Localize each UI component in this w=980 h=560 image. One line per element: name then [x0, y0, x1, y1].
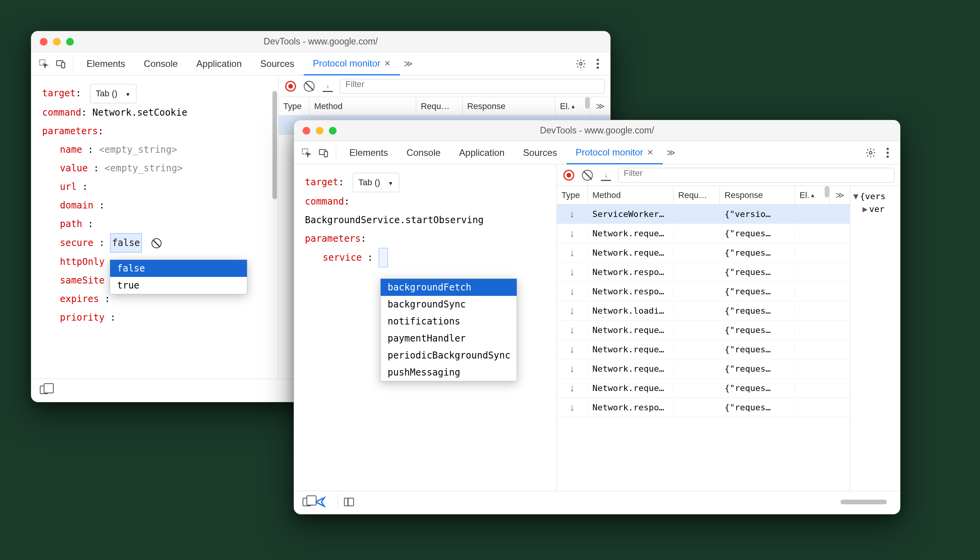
- table-row[interactable]: ↓Network.reque…{"reques…: [557, 243, 850, 263]
- more-tabs-icon[interactable]: ≫: [663, 148, 679, 158]
- tab-sources[interactable]: Sources: [251, 52, 304, 75]
- table-row[interactable]: ↓Network.reque…{"reques…: [557, 321, 850, 340]
- inspector-child[interactable]: ▶ver: [853, 203, 897, 215]
- expand-down-icon[interactable]: ▼: [853, 191, 858, 201]
- settings-icon[interactable]: [572, 55, 589, 72]
- table-row[interactable]: ↓Network.respo…{"reques…: [557, 263, 850, 282]
- dropdown-option[interactable]: pushMessaging: [381, 364, 517, 381]
- more-tabs-icon[interactable]: ≫: [400, 59, 417, 69]
- download-icon[interactable]: ↓: [321, 80, 334, 93]
- param-name-val[interactable]: <empty_string>: [99, 144, 177, 155]
- param-expires-key[interactable]: expires: [60, 294, 99, 304]
- filter-text-input[interactable]: [345, 79, 599, 89]
- table-row[interactable]: ↓Network.respo…{"reques…: [557, 398, 850, 417]
- header-scroll-thumb[interactable]: [585, 97, 590, 109]
- col-response[interactable]: Response: [463, 97, 555, 115]
- tab-protocol-monitor[interactable]: Protocol monitor ✕: [567, 141, 663, 164]
- tab-elements[interactable]: Elements: [340, 141, 397, 164]
- close-window-button[interactable]: [40, 38, 48, 46]
- col-elapsed[interactable]: El.▴: [795, 186, 830, 204]
- dropdown-option[interactable]: paymentHandler: [381, 330, 517, 347]
- clear-value-icon[interactable]: [151, 238, 162, 248]
- record-icon[interactable]: [562, 169, 575, 182]
- target-select[interactable]: Tab () ▼: [90, 84, 136, 103]
- panel-left-icon[interactable]: [342, 495, 356, 509]
- param-samesite-key[interactable]: sameSite: [60, 275, 105, 286]
- col-method[interactable]: Method: [310, 97, 416, 115]
- filter-input[interactable]: [340, 79, 605, 94]
- param-value-key[interactable]: value: [60, 163, 88, 174]
- device-icon[interactable]: [52, 55, 69, 72]
- param-secure-key[interactable]: secure: [60, 237, 94, 248]
- col-type[interactable]: Type: [557, 186, 588, 204]
- param-path-key[interactable]: path: [60, 219, 82, 229]
- settings-icon[interactable]: [862, 144, 879, 161]
- kebab-menu-icon[interactable]: [589, 55, 606, 72]
- device-icon[interactable]: [315, 144, 332, 161]
- param-domain-key[interactable]: domain: [60, 200, 94, 211]
- copy-icon[interactable]: [37, 382, 51, 397]
- param-url-key[interactable]: url: [60, 181, 77, 192]
- dropdown-option-false[interactable]: false: [110, 260, 247, 277]
- col-method[interactable]: Method: [588, 186, 674, 204]
- col-more[interactable]: ≫: [830, 186, 850, 204]
- tab-protocol-monitor[interactable]: Protocol monitor ✕: [304, 52, 400, 75]
- minimize-window-button[interactable]: [316, 127, 323, 135]
- clear-icon[interactable]: [303, 80, 316, 93]
- col-type[interactable]: Type: [279, 97, 310, 115]
- dropdown-option[interactable]: backgroundSync: [381, 296, 517, 313]
- service-dropdown[interactable]: backgroundFetch backgroundSync notificat…: [380, 278, 517, 381]
- dropdown-option[interactable]: periodicBackgroundSync: [381, 347, 517, 364]
- dropdown-option[interactable]: backgroundFetch: [381, 279, 517, 296]
- record-icon[interactable]: [284, 80, 297, 93]
- maximize-window-button[interactable]: [66, 38, 74, 46]
- horizontal-scrollbar[interactable]: [840, 500, 887, 504]
- command-value[interactable]: Network.setCookie: [92, 107, 187, 118]
- scrollbar-thumb

=[interactable]: [272, 91, 277, 199]
- expand-right-icon[interactable]: ▶: [863, 204, 868, 214]
- tab-application[interactable]: Application: [187, 52, 251, 75]
- secure-value-input[interactable]: false: [110, 233, 142, 253]
- minimize-window-button[interactable]: [53, 38, 61, 46]
- col-request[interactable]: Requ…: [674, 186, 720, 204]
- clear-icon[interactable]: [581, 169, 594, 182]
- boolean-dropdown[interactable]: false true: [110, 260, 247, 294]
- col-request[interactable]: Requ…: [416, 97, 463, 115]
- target-select[interactable]: Tab () ▼: [353, 173, 399, 192]
- copy-icon[interactable]: [299, 495, 314, 509]
- tab-elements[interactable]: Elements: [77, 52, 134, 75]
- maximize-window-button[interactable]: [329, 127, 337, 135]
- table-row[interactable]: ↓Network.reque…{"reques…: [557, 359, 850, 379]
- command-value[interactable]: BackgroundService.startObserving: [305, 211, 546, 229]
- param-httponly-key[interactable]: httpOnly: [60, 256, 105, 267]
- table-row[interactable]: ↓Network.reque…{"reques…: [557, 340, 850, 359]
- table-row[interactable]: ↓ServiceWorker…{"versio…: [557, 205, 850, 224]
- table-row[interactable]: ↓Network.reque…{"reques…: [557, 224, 850, 243]
- filter-text-input[interactable]: [624, 168, 889, 178]
- col-more[interactable]: ≫: [590, 97, 610, 115]
- param-service-key[interactable]: service: [323, 252, 362, 263]
- tab-application[interactable]: Application: [450, 141, 514, 164]
- header-scroll-thumb[interactable]: [825, 186, 829, 198]
- table-row[interactable]: ↓Network.respo…{"reques…: [557, 282, 850, 301]
- tab-sources[interactable]: Sources: [514, 141, 567, 164]
- tab-console[interactable]: Console: [397, 141, 450, 164]
- dropdown-option[interactable]: notifications: [381, 313, 517, 330]
- dropdown-option-true[interactable]: true: [110, 277, 247, 294]
- close-tab-icon[interactable]: ✕: [384, 59, 391, 68]
- table-row[interactable]: ↓Network.loadi…{"reques…: [557, 301, 850, 321]
- param-value-val[interactable]: <empty_string>: [105, 163, 183, 174]
- tab-console[interactable]: Console: [134, 52, 187, 75]
- service-value-input[interactable]: [379, 248, 388, 267]
- kebab-menu-icon[interactable]: [879, 144, 896, 161]
- param-name-key[interactable]: name: [60, 144, 82, 155]
- col-elapsed[interactable]: El.▴: [555, 97, 590, 115]
- col-response[interactable]: Response: [720, 186, 795, 204]
- filter-input[interactable]: [618, 168, 895, 183]
- close-tab-icon[interactable]: ✕: [647, 148, 653, 157]
- inspect-icon[interactable]: [35, 55, 52, 72]
- inspect-icon[interactable]: [298, 144, 315, 161]
- table-row[interactable]: ↓Network.reque…{"reques…: [557, 379, 850, 398]
- download-icon[interactable]: ↓: [599, 169, 612, 182]
- param-priority-key[interactable]: priority: [60, 312, 105, 323]
